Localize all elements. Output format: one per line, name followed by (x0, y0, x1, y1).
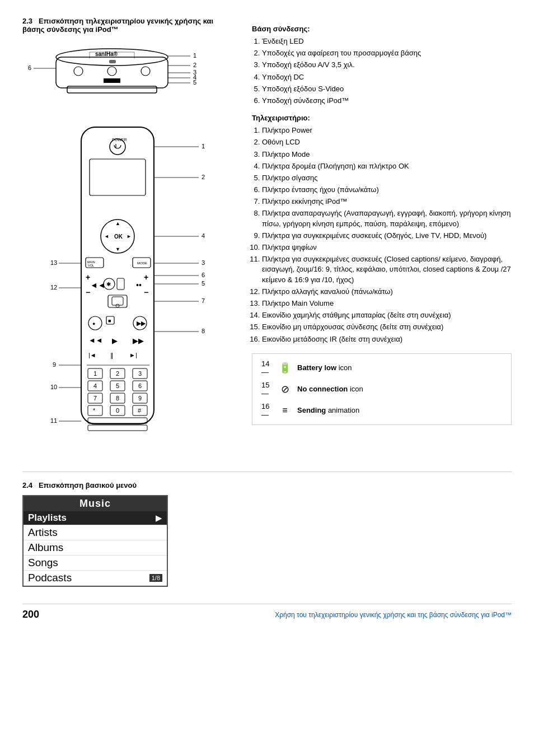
no-connection-icon: ⊘ (278, 383, 292, 395)
section-24: 2.4 Επισκόπηση βασικού μενού Music Playl… (22, 472, 512, 587)
svg-rect-11 (109, 60, 116, 63)
svg-text:9: 9 (53, 361, 56, 368)
list-item: Πλήκτρα για συγκεκριμένες συσκευές (Οδηγ… (262, 231, 512, 241)
svg-text:2: 2 (193, 62, 196, 68)
svg-point-10 (141, 67, 150, 76)
svg-text:+: + (86, 273, 90, 282)
list-item: Εικονίδιο μετάδοσης IR (δείτε στη συνέχε… (262, 334, 512, 344)
svg-text:■: ■ (108, 318, 111, 324)
svg-text:|◄: |◄ (88, 352, 96, 358)
list-item: Πλήκτρο σίγασης (262, 173, 512, 183)
svg-text:▶: ▶ (112, 337, 118, 345)
list-item: Οθόνη LCD (262, 137, 512, 147)
svg-text:4: 4 (93, 382, 97, 389)
svg-text:◄◄: ◄◄ (90, 281, 106, 290)
svg-point-50 (116, 304, 119, 307)
list-item: Πλήκτρο Power (262, 125, 512, 136)
svg-text:3: 3 (202, 259, 205, 266)
base-section-list: Ένδειξη LED Υποδοχές για αφαίρεση του πρ… (252, 36, 512, 106)
svg-rect-7 (67, 86, 157, 93)
svg-text:5: 5 (193, 79, 196, 86)
list-item: Εικονίδιο μη υπάρχουσας σύνδεσης (δείτε … (262, 322, 512, 332)
list-item: Υποδοχή εξόδου Α/V 3,5 χιλ. (262, 60, 512, 70)
svg-text:6: 6 (28, 64, 31, 71)
svg-text:POWER: POWER (112, 138, 127, 142)
page-footer: 200 Χρήση του τηλεχειριστηρίου γενικής χ… (22, 604, 512, 620)
svg-text:••: •• (136, 281, 142, 290)
svg-text:►|: ►| (129, 352, 137, 358)
list-item: Πλήκτρο εκκίνησης iPod™ (262, 197, 512, 207)
page-layout: 2.3 Επισκόπηση τηλεχειριστηρίου γενικής … (22, 17, 512, 620)
svg-text:1: 1 (193, 52, 196, 59)
svg-text:13: 13 (50, 259, 57, 266)
svg-text:‖: ‖ (110, 352, 114, 359)
remote-section-list: Πλήκτρο Power Οθόνη LCD Πλήκτρο Mode Πλή… (252, 125, 512, 344)
icon-box: 14 — 🔋 Battery low icon 15 — ⊘ No connec… (252, 353, 512, 425)
list-item: Πλήκτρα για συγκεκριμένες συσκευές (Clos… (262, 254, 512, 285)
menu-arrow: ▶ (156, 513, 162, 523)
list-item: Πλήκτρο Main Volume (262, 298, 512, 309)
svg-rect-6 (104, 78, 120, 83)
svg-text:◄◄: ◄◄ (88, 336, 103, 344)
svg-text:+: + (144, 273, 148, 282)
left-column: 2.3 Επισκόπηση τηλεχειριστηρίου γενικής … (22, 17, 235, 460)
docking-station-diagram: sanIHa® 1 (22, 40, 235, 113)
list-item: Πλήκτρο έντασης ήχου (πάνω/κάτω) (262, 185, 512, 195)
svg-text:▼: ▼ (115, 246, 120, 252)
list-item: Πλήκτρο Mode (262, 150, 512, 160)
podcasts-badge: 1/8 (149, 574, 162, 582)
svg-rect-47 (117, 278, 124, 290)
icon-row-no-connection: 15 — ⊘ No connection icon (261, 381, 502, 398)
svg-text:4: 4 (202, 232, 205, 239)
svg-text:5: 5 (116, 382, 119, 389)
svg-text:3: 3 (138, 370, 142, 377)
svg-text:9: 9 (138, 395, 142, 402)
menu-screen: Music Playlists ▶ Artists Albums Songs P… (22, 495, 168, 587)
menu-item-songs: Songs (24, 556, 167, 571)
svg-text:1: 1 (202, 143, 205, 150)
svg-text:◄: ◄ (104, 234, 109, 239)
svg-point-8 (74, 67, 83, 76)
right-column: Βάση σύνδεσης: Ένδειξη LED Υποδοχές για … (252, 17, 512, 460)
svg-text:8: 8 (116, 395, 119, 402)
base-section-title: Βάση σύνδεσης: (252, 25, 512, 33)
remote-section-title: Τηλεχειριστήριο: (252, 114, 512, 122)
list-item: Υποδοχή σύνδεσης iPod™ (262, 96, 512, 106)
svg-text:OK: OK (114, 234, 123, 240)
svg-text:sanIHa®: sanIHa® (95, 51, 118, 57)
list-item: Ένδειξη LED (262, 36, 512, 46)
list-item: Υποδοχές για αφαίρεση του προσαρμογέα βά… (262, 48, 512, 58)
sending-animation-icon: ≡ (278, 405, 292, 416)
svg-text:−: − (86, 288, 90, 297)
svg-text:0: 0 (116, 407, 119, 414)
svg-text:6: 6 (138, 382, 142, 389)
svg-text:MODE: MODE (137, 262, 147, 265)
svg-text:6: 6 (202, 272, 205, 278)
section-24-heading: 2.4 Επισκόπηση βασικού μενού (22, 481, 512, 489)
menu-item-artists: Artists (24, 525, 167, 540)
svg-text:12: 12 (50, 284, 57, 291)
page-number: 200 (22, 609, 39, 620)
list-item: Υποδοχή DC (262, 72, 512, 82)
svg-rect-27 (90, 159, 146, 195)
svg-rect-89 (88, 425, 147, 431)
list-item: Πλήκτρο αλλαγής καναλιού (πάνω/κάτω) (262, 287, 512, 297)
svg-text:11: 11 (50, 417, 57, 424)
svg-text:5: 5 (202, 280, 205, 287)
list-item: Εικονίδιο χαμηλής στάθμης μπαταρίας (δεί… (262, 310, 512, 320)
svg-text:7: 7 (202, 297, 205, 304)
svg-text:►: ► (127, 234, 132, 239)
svg-text:7: 7 (93, 395, 97, 402)
svg-text:2: 2 (202, 174, 205, 180)
svg-text:10: 10 (50, 384, 57, 390)
list-item: Πλήκτρα ψηφίων (262, 242, 512, 253)
svg-text:2: 2 (116, 370, 119, 377)
svg-text:▶▶: ▶▶ (133, 337, 144, 345)
svg-text:●: ● (92, 321, 95, 326)
svg-rect-24 (81, 127, 154, 424)
icon-row-battery: 14 — 🔋 Battery low icon (261, 360, 502, 376)
menu-title-bar: Music (24, 496, 167, 511)
top-section: 2.3 Επισκόπηση τηλεχειριστηρίου γενικής … (22, 17, 512, 460)
icon-row-sending: 16 — ≡ Sending animation (261, 402, 502, 419)
svg-text:−: − (144, 288, 148, 297)
